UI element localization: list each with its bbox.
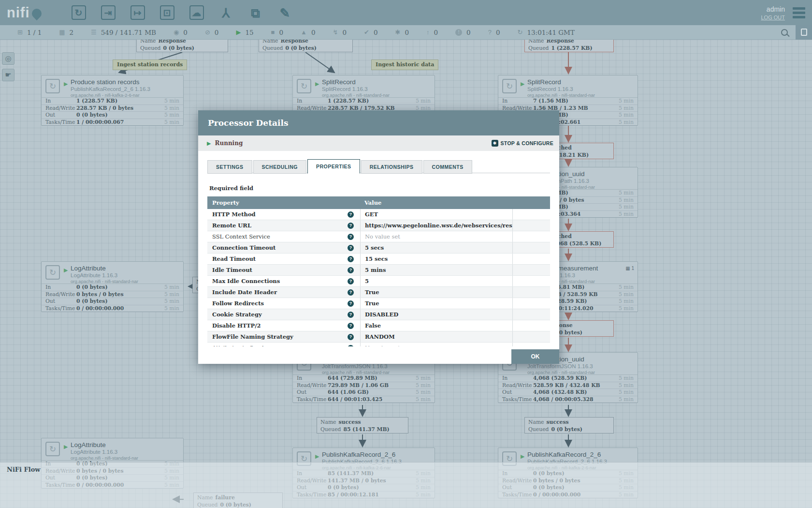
flow-label[interactable]: Ingest historic data: [371, 60, 438, 70]
processor-type: LogAttribute 1.16.3: [71, 272, 117, 278]
search-icon[interactable]: [781, 29, 788, 36]
help-icon[interactable]: ?: [348, 312, 354, 318]
tab-scheduling[interactable]: SCHEDULING: [253, 160, 306, 174]
property-name: Remote URL: [207, 220, 360, 231]
remote-process-group-icon[interactable]: ☁: [189, 5, 204, 20]
logout-link[interactable]: LOG OUT: [761, 15, 785, 20]
status-item[interactable]: ↻13:01:41 GMT: [518, 29, 575, 36]
processor-icon: ↻: [45, 79, 60, 93]
row-spacer-cell: [512, 220, 550, 231]
property-row: Idle Timeout ? 5 mins: [207, 265, 550, 276]
help-icon[interactable]: ?: [348, 323, 354, 329]
row-spacer-cell: [512, 231, 550, 242]
sidebar-toggle-button[interactable]: [796, 25, 812, 40]
tab-properties[interactable]: PROPERTIES: [307, 159, 360, 174]
stat-window: 5 min: [619, 375, 634, 382]
property-value[interactable]: DISABLED: [360, 309, 512, 320]
status-item: ■0: [271, 29, 283, 36]
stat-window: 5 min: [164, 298, 179, 305]
running-icon: ▶: [521, 453, 524, 460]
property-value[interactable]: 5 secs: [360, 242, 512, 253]
stat-window: 5 min: [619, 197, 634, 204]
connection-queue-label[interactable]: Namesuccess Queued0 (0 bytes): [524, 417, 614, 433]
property-value[interactable]: True: [360, 287, 512, 298]
queue-name: Response: [281, 40, 308, 44]
help-icon[interactable]: ?: [348, 334, 354, 340]
status-value: 0: [342, 29, 347, 36]
processor-stat-row: In 644 (729.89 MB) 5 min: [293, 375, 435, 382]
stat-label: Out: [297, 389, 306, 396]
help-icon[interactable]: ?: [348, 300, 354, 307]
breadcrumb[interactable]: NiFi Flow: [7, 466, 41, 473]
input-port-icon[interactable]: ⇥: [101, 5, 116, 20]
help-icon[interactable]: ?: [348, 256, 354, 262]
status-value: 0: [311, 29, 316, 36]
cluster-icon: ⊞: [17, 29, 23, 36]
stat-window: 5 min: [619, 382, 634, 389]
global-menu-icon[interactable]: [793, 5, 805, 20]
stat-label: Out: [45, 112, 55, 119]
queued-count: 0 (0 bytes): [163, 45, 194, 51]
funnel-icon[interactable]: ⅄: [219, 5, 233, 20]
property-value[interactable]: 5: [360, 276, 512, 286]
status-item: ✱0: [395, 29, 409, 36]
help-icon[interactable]: ?: [348, 211, 354, 218]
tab-relationships[interactable]: RELATIONSHIPS: [361, 160, 422, 174]
navigate-palette-button[interactable]: ◎: [2, 52, 14, 65]
connection-queue-label[interactable]: NameResponse Queued0 (0 bytes): [136, 40, 228, 52]
tab-settings[interactable]: SETTINGS: [207, 160, 252, 174]
template-icon[interactable]: ⧉: [248, 5, 263, 20]
property-value[interactable]: 5 mins: [360, 265, 512, 275]
connection-queue-label[interactable]: NameResponse Queued0 (0 bytes): [259, 40, 353, 52]
running-icon: ▶: [315, 81, 319, 87]
stop-and-configure-button[interactable]: ✱ STOP & CONFIGURE: [492, 140, 553, 147]
dialog-title: Processor Details: [198, 110, 559, 135]
disabled-icon: ↯: [333, 29, 338, 36]
queue-name: Response: [547, 40, 574, 44]
queue-name-label: Name: [140, 40, 156, 44]
process-group-icon[interactable]: ⊡: [160, 5, 174, 20]
property-value[interactable]: RANDOM: [360, 331, 512, 342]
output-port-icon[interactable]: ↦: [130, 5, 145, 20]
processor[interactable]: ↻ ▶ LogAttribute LogAttribute 1.16.3 org…: [41, 261, 184, 312]
ok-button[interactable]: OK: [511, 349, 559, 364]
help-icon[interactable]: ?: [348, 223, 354, 229]
status-item: ⊘0: [205, 29, 219, 36]
help-icon[interactable]: ?: [348, 278, 354, 284]
processor-stat-row: Tasks/Time 644 / 00:01:03.425 5 min: [293, 396, 435, 403]
nifi-drop-icon: [29, 7, 43, 20]
breadcrumb-bar: NiFi Flow: [0, 462, 812, 508]
property-row: SSL Context Service ? No value set: [207, 231, 550, 242]
processor-stat-row: Read/Write 729.89 MB / 1.06 GB 5 min: [293, 382, 435, 389]
property-value[interactable]: No value set: [360, 343, 512, 346]
property-row: Disable HTTP/2 ? False: [207, 320, 550, 331]
property-value[interactable]: GET: [360, 209, 512, 220]
help-icon[interactable]: ?: [348, 267, 354, 273]
processor-icon[interactable]: ↻: [72, 5, 86, 20]
property-value[interactable]: No value set: [360, 231, 512, 242]
operate-palette-button[interactable]: ☛: [2, 69, 14, 81]
flow-label[interactable]: Ingest station records: [113, 60, 187, 70]
processor[interactable]: ↻ ▶ Produce station records PublishKafka…: [41, 75, 184, 126]
property-value[interactable]: False: [360, 320, 512, 331]
processor-icon: ↻: [45, 265, 60, 280]
label-icon[interactable]: ✎: [278, 5, 292, 20]
panel-icon: [801, 29, 807, 36]
help-icon[interactable]: ?: [348, 234, 354, 240]
property-value[interactable]: 15 secs: [360, 254, 512, 264]
status-value: 549 / 141.71 MB: [101, 29, 156, 36]
help-icon[interactable]: ?: [348, 245, 354, 251]
property-row: Remote URL ? https://www.pegelonline.wsv…: [207, 220, 550, 231]
help-icon[interactable]: ?: [348, 289, 354, 296]
queue-name: success: [547, 419, 569, 425]
connection-queue-label[interactable]: Namesuccess Queued85 (141.37 MB): [317, 417, 408, 433]
property-value[interactable]: https://www.pegelonline.wsv.de/webservic…: [360, 220, 512, 231]
stat-window: 5 min: [619, 298, 634, 305]
stat-value: 228.57 KB / 0 bytes: [76, 105, 133, 112]
connection-queue-label[interactable]: NameResponse Queued1 (228.57 KB): [524, 40, 614, 52]
processor-stat-row: Out 4,068 (432.48 KB) 5 min: [498, 389, 638, 396]
status-item: ◉0: [174, 29, 188, 36]
property-value[interactable]: True: [360, 298, 512, 309]
tab-comments[interactable]: COMMENTS: [423, 160, 472, 174]
stat-label: Read/Write: [45, 105, 75, 112]
